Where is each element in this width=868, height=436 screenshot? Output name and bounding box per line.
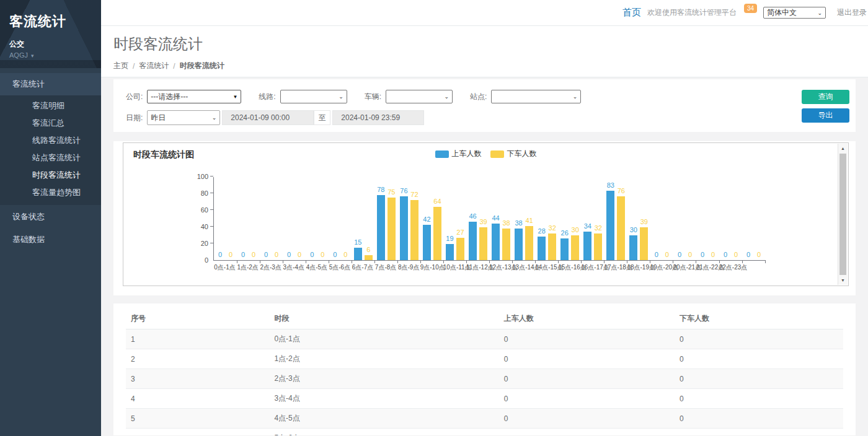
- notification-badge: 34: [744, 4, 757, 13]
- scroll-down-icon[interactable]: ▼: [838, 276, 848, 285]
- home-link[interactable]: 首页: [622, 7, 641, 19]
- sidebar-item-0-1[interactable]: 客流汇总: [0, 115, 101, 132]
- bar-group-12: 4438: [490, 177, 513, 260]
- sidebar-item-0-5[interactable]: 客流量趋势图: [0, 184, 101, 201]
- legend-swatch: [490, 150, 504, 158]
- legend-item-0[interactable]: 上车人数: [435, 149, 482, 159]
- date-to-input[interactable]: 2024-01-09 23:59: [332, 110, 424, 125]
- bar-value-label: 72: [410, 191, 418, 198]
- bar-up-14: 28: [538, 237, 546, 260]
- breadcrumb-item-1[interactable]: 客流统计: [139, 61, 169, 71]
- legend-swatch: [435, 150, 449, 158]
- bar-down-10: 27: [456, 238, 464, 260]
- bar-value-label: 76: [400, 187, 407, 194]
- bar-value-label: 0: [678, 251, 681, 258]
- bar-value-label: 19: [446, 235, 453, 242]
- bar-value-label: 0: [275, 251, 278, 258]
- filter-select-3[interactable]: ⌄: [491, 90, 581, 103]
- bar-value-label: 0: [711, 251, 715, 258]
- org-name: 公交: [9, 39, 92, 50]
- bar-value-label: 0: [333, 251, 337, 258]
- bar-value-label: 42: [423, 216, 430, 223]
- table-cell-0-2: 0: [499, 329, 675, 349]
- x-axis-label-21: 21点-22点: [696, 263, 719, 272]
- bar-value-label: 0: [688, 251, 692, 258]
- filter-group-1: 线路:⌄: [259, 90, 347, 103]
- bar-value-label: 0: [310, 251, 314, 258]
- bar-value-label: 83: [607, 181, 614, 189]
- bar-value-label: 15: [354, 238, 361, 246]
- bar-group-21: 00: [696, 177, 719, 260]
- sidebar-item-0-0[interactable]: 客流明细: [0, 97, 101, 115]
- bar-group-7: 7875: [374, 177, 397, 260]
- table-cell-1-3: 0: [675, 349, 843, 369]
- sidebar-submenu: 客流明细客流汇总线路客流统计站点客流统计时段客流统计客流量趋势图: [0, 95, 101, 205]
- breadcrumb-item-0[interactable]: 主页: [113, 61, 128, 71]
- bar-group-8: 7672: [397, 177, 420, 260]
- sidebar-nav: 客流统计客流明细客流汇总线路客流统计站点客流统计时段客流统计客流量趋势图设备状态…: [0, 73, 101, 251]
- bar-value-label: 39: [640, 218, 648, 225]
- bar-down-13: 41: [525, 226, 533, 260]
- bar-value-label: 0: [229, 251, 232, 258]
- bar-value-label: 38: [502, 219, 510, 227]
- y-axis-tick-label: 40: [201, 223, 208, 230]
- chevron-down-icon: ⌄: [444, 94, 449, 100]
- date-from-input[interactable]: 2024-01-09 00:00: [222, 110, 314, 125]
- breadcrumb-separator: /: [133, 62, 135, 71]
- filter-select-value-0: ---请选择---: [151, 92, 188, 102]
- filter-select-0[interactable]: ---请选择---▼: [147, 90, 241, 103]
- y-axis-tick-label: 80: [201, 190, 208, 197]
- scrollbar-thumb[interactable]: [839, 154, 846, 275]
- query-button[interactable]: 查询: [802, 90, 849, 104]
- table-row: 65点-6点00: [126, 429, 843, 436]
- bar-value-label: 41: [526, 217, 533, 224]
- bar-up-13: 38: [515, 229, 523, 260]
- chevron-down-icon: ⌄: [573, 94, 578, 100]
- sidebar-item-0-4[interactable]: 时段客流统计: [0, 167, 101, 184]
- y-axis-tick-label: 0: [205, 256, 208, 264]
- table-cell-4-2: 0: [499, 409, 675, 429]
- user-name: AQGJ: [9, 51, 28, 59]
- filter-select-1[interactable]: ⌄: [280, 90, 347, 103]
- bar-value-label: 26: [561, 229, 569, 237]
- sidebar-item-0-2[interactable]: 线路客流统计: [0, 132, 101, 149]
- x-axis-label-20: 20点-21点: [673, 263, 696, 272]
- table-cell-0-1: 0点-1点: [269, 329, 498, 349]
- legend-label: 上车人数: [452, 149, 482, 159]
- bar-group-1: 00: [237, 177, 260, 260]
- export-button[interactable]: 导出: [802, 108, 849, 123]
- scroll-up-icon[interactable]: ▲: [838, 144, 848, 153]
- x-axis-label-13: 13点-14点: [512, 263, 535, 272]
- x-axis-label-4: 4点-5点: [305, 263, 328, 272]
- bar-up-11: 46: [469, 222, 477, 260]
- bar-group-15: 2630: [559, 177, 582, 260]
- app-title: 客流统计: [9, 12, 92, 31]
- date-preset-select[interactable]: 昨日 ⌄: [147, 110, 220, 125]
- bar-down-17: 76: [617, 196, 625, 260]
- bar-down-7: 75: [388, 198, 396, 260]
- sidebar-section-1[interactable]: 设备状态: [0, 206, 101, 228]
- bar-value-label: 64: [433, 198, 441, 205]
- welcome-text: 欢迎使用客流统计管理平台: [647, 7, 737, 18]
- x-axis-label-5: 5点-6点: [328, 263, 351, 272]
- bar-group-11: 4639: [467, 177, 490, 260]
- sidebar-section-2[interactable]: 基础数据: [0, 229, 101, 251]
- legend-item-1[interactable]: 下车人数: [490, 149, 537, 159]
- brand-area: 客流统计 公交 AQGJ ▾: [0, 0, 101, 68]
- sidebar-item-0-3[interactable]: 站点客流统计: [0, 149, 101, 167]
- filter-row-selects: 公司:---请选择---▼线路:⌄车辆:⌄站点:⌄: [126, 90, 843, 103]
- sidebar-section-0[interactable]: 客流统计: [0, 73, 101, 95]
- filter-select-2[interactable]: ⌄: [386, 90, 453, 103]
- bar-value-label: 0: [724, 251, 727, 258]
- bar-value-label: 0: [252, 251, 255, 258]
- x-axis-label-6: 6点-7点: [351, 263, 374, 272]
- chart-scrollbar[interactable]: ▲ ▼: [838, 144, 848, 285]
- bar-up-10: 19: [446, 244, 454, 260]
- y-axis-tick-mark: [210, 176, 213, 177]
- user-menu[interactable]: AQGJ ▾: [9, 51, 92, 59]
- logout-link[interactable]: 退出登录: [837, 7, 867, 18]
- bar-up-15: 26: [560, 238, 569, 260]
- filter-panel: 公司:---请选择---▼线路:⌄车辆:⌄站点:⌄ 日期: 昨日 ⌄ 2024-…: [113, 79, 856, 132]
- language-select[interactable]: 简体中文 ⌄: [763, 7, 826, 19]
- bar-down-15: 30: [571, 235, 579, 261]
